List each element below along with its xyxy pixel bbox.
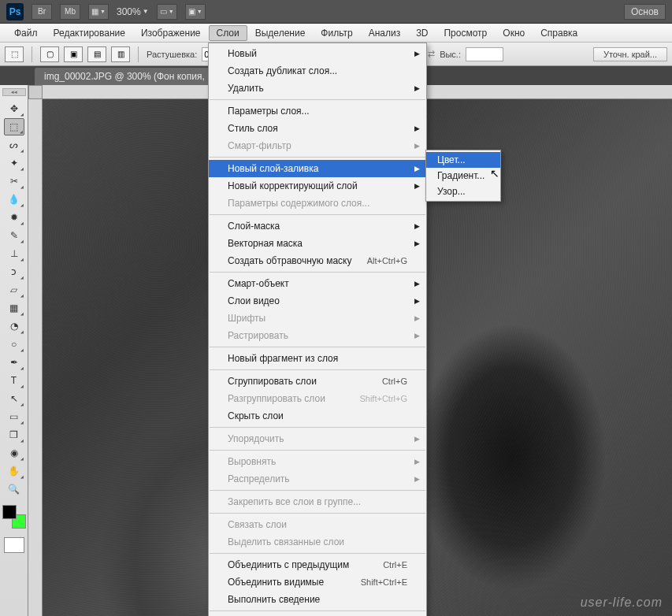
menu-item[interactable]: Создать дубликат слоя... [209, 62, 426, 80]
menu-filter[interactable]: Фильтр [313, 25, 360, 41]
shape-tool[interactable]: ▭◢ [4, 408, 24, 425]
ruler-origin[interactable] [28, 85, 43, 99]
screen-mode-button[interactable]: ▭▼ [157, 4, 177, 20]
submenu-arrow-icon: ▶ [414, 84, 420, 92]
toolbox-collapse[interactable]: ◂◂ [2, 88, 26, 96]
workspace-switcher[interactable]: Основ [624, 4, 666, 20]
layer-menu-dropdown: Новый▶Создать дубликат слоя...Удалить▶Па… [208, 43, 427, 616]
menu-separator [210, 272, 425, 273]
menu-view[interactable]: Просмотр [436, 25, 495, 41]
menu-item-label: Разгруппировать слои [228, 393, 325, 404]
pen-tool[interactable]: ✒◢ [4, 354, 24, 371]
menu-item[interactable]: Удалить▶ [209, 80, 426, 97]
foreground-color-swatch[interactable] [2, 505, 17, 519]
submenu-item[interactable]: Цвет... [426, 152, 500, 168]
menu-item[interactable]: Новый слой-заливка▶ [209, 160, 426, 177]
menu-separator [210, 369, 425, 370]
menu-item[interactable]: Объединить с предыдущимCtrl+E [209, 556, 426, 573]
gradient-tool[interactable]: ▦◢ [4, 299, 24, 317]
menu-file[interactable]: Файл [6, 25, 46, 41]
move-tool[interactable]: ✥◢ [4, 100, 24, 117]
zoom-tool[interactable]: 🔍 [4, 481, 24, 498]
eraser-tool[interactable]: ▱◢ [4, 281, 24, 299]
menu-item[interactable]: Новый▶ [209, 45, 426, 62]
menu-item[interactable]: Слои видео▶ [209, 292, 426, 310]
submenu-item[interactable]: Узор... [426, 184, 500, 199]
eyedropper-tool[interactable]: 💧◢ [4, 191, 24, 208]
healing-tool[interactable]: ✹◢ [4, 209, 24, 226]
menu-item-label: Выделить связанные слои [228, 536, 344, 547]
menu-image[interactable]: Изображение [133, 25, 209, 41]
path-select-tool[interactable]: ↖◢ [4, 390, 24, 407]
menu-window[interactable]: Окно [495, 25, 533, 41]
dodge-tool[interactable]: ○◢ [4, 336, 24, 353]
menu-item: Разгруппировать слоиShift+Ctrl+G [209, 390, 426, 407]
menu-layer[interactable]: Слои [209, 25, 247, 41]
menu-item: Распределить▶ [209, 470, 426, 488]
menu-item-label: Слои видео [228, 295, 280, 306]
menu-item[interactable]: Слой-маска▶ [209, 217, 426, 235]
menu-help[interactable]: Справка [533, 25, 585, 41]
menu-item[interactable]: Создать обтравочную маскуAlt+Ctrl+G [209, 252, 426, 269]
menu-item-label: Новый [228, 48, 257, 59]
lasso-tool[interactable]: ᔕ◢ [4, 136, 24, 154]
menu-edit[interactable]: Редактирование [46, 25, 133, 41]
extras-button[interactable]: ▣▼ [185, 4, 206, 20]
menu-item[interactable]: Объединить видимыеShift+Ctrl+E [209, 573, 426, 591]
history-brush-tool[interactable]: ↄ◢ [4, 263, 24, 280]
hand-tool[interactable]: ✋◢ [4, 462, 24, 480]
swap-icon[interactable]: ⇄ [428, 49, 435, 59]
crop-tool[interactable]: ✂◢ [4, 173, 24, 190]
menu-item-label: Слой-маска [228, 221, 280, 232]
menu-shortcut: Shift+Ctrl+E [361, 577, 407, 587]
selection-new-icon[interactable]: ▢ [40, 46, 59, 62]
minibridge-button[interactable]: Mb [60, 4, 80, 20]
menu-item[interactable]: Скрыть слои [209, 407, 426, 425]
menu-separator [210, 610, 425, 611]
tool-preset-picker[interactable]: ⬚ [5, 46, 24, 62]
menu-item-label: Закрепить все слои в группе... [228, 496, 361, 507]
selection-add-icon[interactable]: ▣ [64, 46, 83, 62]
toolbox: ◂◂ ✥◢ ⬚◢ ᔕ◢ ✦◢ ✂◢ 💧◢ ✹◢ ✎◢ ⊥◢ ↄ◢ ▱◢ ▦◢ ◔… [0, 85, 28, 616]
menu-shortcut: Shift+Ctrl+G [359, 394, 407, 403]
menu-select[interactable]: Выделение [247, 25, 314, 41]
submenu-arrow-icon: ▶ [414, 475, 420, 483]
height-input[interactable] [466, 47, 503, 61]
stamp-tool[interactable]: ⊥◢ [4, 245, 24, 262]
menu-item-label: Смарт-объект [228, 278, 289, 289]
menu-item[interactable]: Стиль слоя▶ [209, 120, 426, 137]
selection-subtract-icon[interactable]: ▤ [87, 46, 106, 62]
quick-select-tool[interactable]: ✦◢ [4, 154, 24, 172]
3d-tool[interactable]: ❒◢ [4, 426, 24, 443]
refine-edge-button[interactable]: Уточн. край... [593, 47, 667, 61]
menu-separator [210, 157, 425, 158]
menu-item-label: Стиль слоя [228, 123, 278, 134]
selection-intersect-icon[interactable]: ▥ [111, 46, 130, 62]
menu-item[interactable]: Векторная маска▶ [209, 235, 426, 252]
marquee-tool[interactable]: ⬚◢ [4, 118, 24, 135]
submenu-arrow-icon: ▶ [414, 142, 420, 150]
submenu-item[interactable]: Градиент... [426, 168, 500, 184]
ruler-vertical[interactable] [28, 99, 43, 616]
quick-mask-toggle[interactable] [4, 537, 24, 553]
3d-camera-tool[interactable]: ◉◢ [4, 444, 24, 462]
brush-tool[interactable]: ✎◢ [4, 227, 24, 244]
arrange-docs-button[interactable]: ▦▼ [88, 4, 109, 20]
menu-item[interactable]: Параметры слоя... [209, 102, 426, 120]
menu-item[interactable]: Смарт-объект▶ [209, 275, 426, 292]
menu-item[interactable]: Новый корректирующий слой▶ [209, 177, 426, 195]
menu-separator [210, 347, 425, 347]
menu-item-label: Скрыть слои [228, 410, 284, 421]
blur-tool[interactable]: ◔◢ [4, 317, 24, 335]
menu-analysis[interactable]: Анализ [361, 25, 409, 41]
menu-item-label: Выровнять [228, 456, 276, 467]
color-swatches[interactable] [2, 505, 26, 529]
type-tool[interactable]: T◢ [4, 372, 24, 389]
menu-item[interactable]: Новый фрагмент из слоя [209, 350, 426, 367]
zoom-level[interactable]: 300%▼ [117, 6, 149, 17]
menu-item[interactable]: Выполнить сведение [209, 591, 426, 608]
bridge-button[interactable]: Br [32, 4, 52, 20]
menu-item[interactable]: Сгруппировать слоиCtrl+G [209, 373, 426, 390]
fill-layer-submenu: Цвет...Градиент...Узор... [425, 150, 501, 202]
menu-3d[interactable]: 3D [408, 25, 436, 41]
